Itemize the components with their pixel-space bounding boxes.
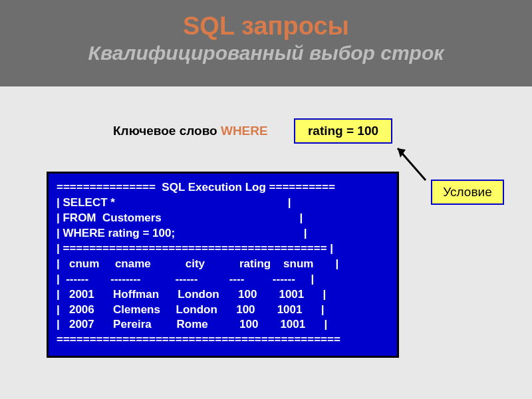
sql-execution-log: =============== SQL Execution Log ======… [47, 172, 399, 358]
sql-line-dashes: | ------ -------- ------ ---- ------ | [57, 272, 389, 287]
svg-line-0 [398, 148, 426, 180]
condition-value-box: rating = 100 [294, 118, 392, 144]
keyword-where: WHERE [221, 124, 268, 138]
slide-subtitle: Квалифицированный выбор строк [13, 42, 519, 65]
keyword-line: Ключевое слово WHERE [113, 124, 268, 138]
svg-marker-1 [398, 148, 406, 158]
sql-line-header: =============== SQL Execution Log ======… [57, 180, 389, 196]
condition-value-text: rating = 100 [308, 124, 378, 138]
sql-line-from: | FROM Customers | [57, 211, 389, 226]
sql-line-select: | SELECT * | [57, 196, 389, 211]
sql-line-sep-bot: ========================================… [57, 332, 389, 348]
sql-line-row3: | 2007 Pereira Rome 100 1001 | [57, 317, 389, 332]
slide-title: SQL запросы [13, 12, 519, 41]
sql-line-row1: | 2001 Hoffman London 100 1001 | [57, 287, 389, 303]
sql-line-sep-top: | ======================================… [57, 241, 389, 257]
sql-line-row2: | 2006 Clemens London 100 1001 | [57, 303, 389, 318]
slide-content: Ключевое слово WHERE rating = 100 Услови… [0, 86, 532, 399]
condition-label-box: Условие [431, 180, 504, 205]
title-bar: SQL запросы Квалифицированный выбор стро… [0, 0, 532, 86]
keyword-prefix: Ключевое слово [113, 124, 221, 138]
sql-line-where: | WHERE rating = 100; | [57, 226, 389, 241]
condition-label-text: Условие [443, 185, 491, 200]
sql-line-columns: | cnum cname city rating snum | [57, 257, 389, 272]
